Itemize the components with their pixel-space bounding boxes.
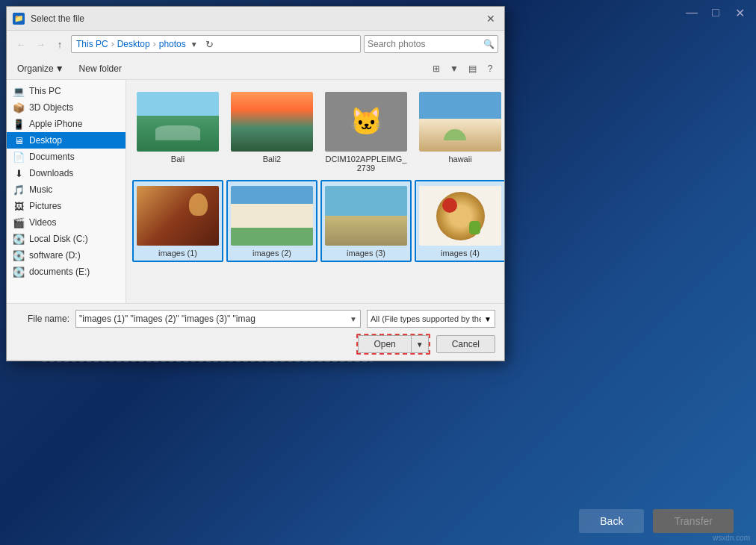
- food-visual: [436, 192, 485, 240]
- filename-input[interactable]: "images (1)" "images (2)" "images (3)" "…: [75, 310, 361, 328]
- sidebar-item-downloads[interactable]: ⬇ Downloads: [7, 165, 126, 181]
- local-disk-c-label: Local Disk (C:): [29, 234, 88, 244]
- file-thumb-bali: [137, 92, 219, 152]
- breadcrumb-sep1: ›: [111, 39, 114, 49]
- dialog-title-text: Select the file: [31, 13, 483, 24]
- file-name-hawaii: hawaii: [448, 155, 471, 164]
- bg-maximize-icon[interactable]: □: [708, 6, 723, 20]
- breadcrumb-sep2: ›: [153, 39, 156, 49]
- open-button[interactable]: Open: [358, 335, 410, 353]
- organize-dropdown-icon: ▼: [55, 63, 64, 74]
- organize-label: Organize: [17, 63, 54, 74]
- dialog-nav-toolbar: ← → ↑ This PC › Desktop › photos ▼ ↻ 🔍: [7, 31, 504, 57]
- view-details-button[interactable]: ▤: [464, 60, 480, 77]
- sidebar-item-local-disk-c[interactable]: 💽 Local Disk (C:): [7, 231, 126, 247]
- dialog-close-button[interactable]: ✕: [483, 11, 498, 26]
- file-item-images2[interactable]: images (2): [226, 180, 317, 262]
- sidebar-item-videos[interactable]: 🎬 Videos: [7, 214, 126, 231]
- sidebar-item-apple-iphone[interactable]: 📱 Apple iPhone: [7, 116, 126, 132]
- bg-close-icon[interactable]: ✕: [732, 6, 747, 20]
- file-thumb-images2: [231, 186, 313, 246]
- music-icon: 🎵: [13, 184, 25, 196]
- sidebar-item-3d-objects[interactable]: 📦 3D Objects: [7, 99, 126, 116]
- file-name-dcim: DCIM102APPLEIMG_2739: [325, 155, 407, 172]
- downloads-label: Downloads: [29, 168, 73, 178]
- sidebar-item-documents-e[interactable]: 💽 documents (E:): [7, 264, 126, 280]
- file-item-hawaii[interactable]: hawaii: [415, 86, 504, 177]
- downloads-icon: ⬇: [13, 167, 25, 179]
- videos-icon: 🎬: [13, 217, 25, 228]
- 3d-objects-icon: 📦: [13, 102, 25, 113]
- documents-label: Documents: [29, 152, 75, 162]
- file-name-images2: images (2): [252, 249, 291, 258]
- this-pc-label: This PC: [29, 86, 61, 96]
- sidebar-item-this-pc[interactable]: 💻 This PC: [7, 83, 126, 99]
- 3d-objects-label: 3D Objects: [29, 102, 73, 113]
- nav-back-button[interactable]: ←: [13, 36, 29, 52]
- file-thumb-dcim: 🐱: [325, 92, 407, 152]
- documents-e-label: documents (E:): [29, 267, 90, 277]
- buttons-row: Open ▼ Cancel: [16, 334, 495, 355]
- sidebar-item-music[interactable]: 🎵 Music: [7, 181, 126, 198]
- breadcrumb-dropdown-arrow[interactable]: ▼: [190, 40, 198, 49]
- dialog-titlebar: 📁 Select the file ✕: [7, 7, 504, 31]
- transfer-button[interactable]: Transfer: [653, 509, 734, 533]
- file-thumb-images4: [419, 186, 501, 246]
- new-folder-button[interactable]: New folder: [75, 62, 126, 75]
- dialog-title-icon: 📁: [13, 13, 25, 25]
- videos-label: Videos: [29, 217, 56, 228]
- pictures-label: Pictures: [29, 201, 61, 211]
- images3-thumbnail: [325, 186, 407, 246]
- sidebar: 💻 This PC 📦 3D Objects 📱 Apple iPhone 🖥 …: [7, 80, 126, 303]
- images1-thumbnail: [137, 186, 219, 246]
- breadcrumb-refresh-button[interactable]: ↻: [202, 37, 217, 52]
- documents-icon: 📄: [13, 151, 25, 163]
- filetype-dropdown-icon[interactable]: ▼: [484, 315, 492, 323]
- dialog-bottom-bar: File name: "images (1)" "images (2)" "im…: [7, 303, 504, 361]
- breadcrumb-desktop[interactable]: Desktop: [117, 39, 150, 49]
- file-item-images4[interactable]: images (4): [415, 180, 504, 262]
- watermark: wsxdn.com: [713, 534, 750, 542]
- file-item-dcim[interactable]: 🐱 DCIM102APPLEIMG_2739: [320, 86, 412, 177]
- pictures-icon: 🖼: [13, 200, 25, 212]
- view-help-button[interactable]: ?: [482, 60, 498, 77]
- filetype-text: All (File types supported by the: [371, 314, 481, 323]
- view-icons-button[interactable]: ⊞: [428, 60, 444, 77]
- file-item-images1[interactable]: images (1): [132, 180, 223, 262]
- bali-thumbnail: [137, 92, 219, 152]
- local-disk-c-icon: 💽: [13, 233, 25, 245]
- breadcrumb-this-pc[interactable]: This PC: [76, 39, 108, 49]
- file-name-bali: Bali: [171, 155, 185, 164]
- bali2-thumbnail: [231, 92, 313, 152]
- breadcrumb-photos[interactable]: photos: [159, 39, 186, 49]
- organize-button[interactable]: Organize ▼: [13, 62, 69, 75]
- search-box: 🔍: [364, 35, 498, 53]
- file-dialog: 📁 Select the file ✕ ← → ↑ This PC › Desk…: [6, 6, 505, 361]
- cancel-button[interactable]: Cancel: [436, 335, 495, 353]
- hawaii-thumbnail: [419, 92, 501, 152]
- sidebar-item-documents[interactable]: 📄 Documents: [7, 149, 126, 165]
- file-thumb-images1: [137, 186, 219, 246]
- file-name-images4: images (4): [441, 249, 480, 258]
- file-item-bali[interactable]: Bali: [132, 86, 223, 177]
- file-thumb-bali2: [231, 92, 313, 152]
- sidebar-item-pictures[interactable]: 🖼 Pictures: [7, 198, 126, 214]
- software-d-label: software (D:): [29, 250, 81, 261]
- bg-bottom-bar: Back Transfer: [0, 497, 756, 545]
- file-name-bali2: Bali2: [263, 155, 281, 164]
- back-button[interactable]: Back: [579, 509, 644, 533]
- search-input[interactable]: [368, 39, 480, 49]
- filename-dropdown-icon[interactable]: ▼: [350, 315, 357, 323]
- open-dropdown-button[interactable]: ▼: [411, 335, 429, 353]
- filetype-select[interactable]: All (File types supported by the ▼: [367, 310, 495, 328]
- file-item-images3[interactable]: images (3): [320, 180, 412, 262]
- nav-forward-button[interactable]: →: [32, 36, 49, 52]
- view-dropdown-button[interactable]: ▼: [446, 60, 462, 77]
- sidebar-item-software-d[interactable]: 💽 software (D:): [7, 247, 126, 264]
- nav-up-button[interactable]: ↑: [52, 36, 68, 52]
- search-icon[interactable]: 🔍: [483, 39, 495, 49]
- file-item-bali2[interactable]: Bali2: [226, 86, 317, 177]
- sidebar-item-desktop[interactable]: 🖥 Desktop: [7, 132, 126, 149]
- bg-minimize-icon[interactable]: —: [684, 6, 699, 20]
- file-grid: Bali Bali2 🐱 DCIM102APPLEIMG_2739 hawaii: [126, 80, 504, 303]
